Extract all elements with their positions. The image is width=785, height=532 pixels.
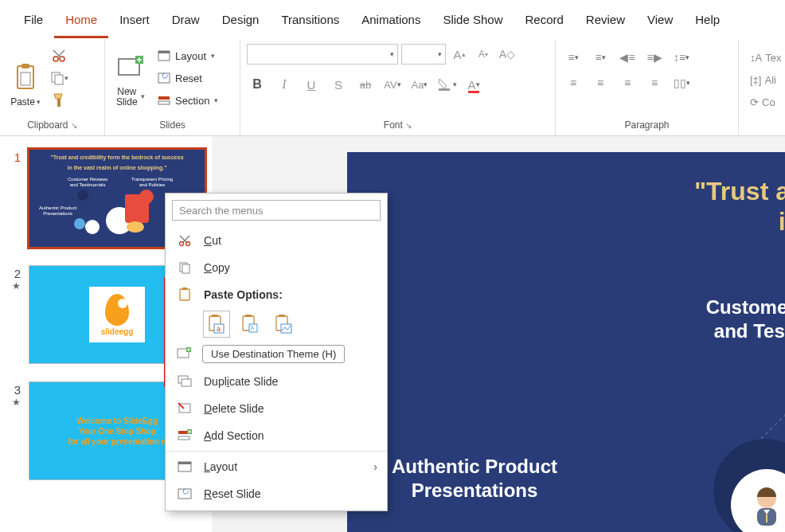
thumb-1-caption-3: Authentic Product Presentations xyxy=(39,205,76,216)
dialog-launcher-icon[interactable]: ↘ xyxy=(405,121,412,130)
menu-slideshow[interactable]: Slide Show xyxy=(432,6,514,38)
thumb-2-number: 2 xyxy=(6,265,21,280)
context-cut[interactable]: Cut xyxy=(166,227,387,254)
thumb-3-line-1: Welcome to SlideEgg xyxy=(76,417,158,425)
increase-indent-button[interactable]: ≡▶ xyxy=(643,47,666,68)
convert-smartart-button[interactable]: ⟳ Co xyxy=(745,92,777,112)
cut-button[interactable] xyxy=(48,45,70,66)
clear-formatting-button[interactable]: A◇ xyxy=(497,44,517,65)
font-name-combo[interactable]: ▾ xyxy=(247,44,398,65)
highlight-button[interactable]: ▾ xyxy=(436,74,457,95)
line-spacing-button[interactable]: ↕≡▾ xyxy=(670,47,693,68)
reset-button[interactable]: Reset xyxy=(153,68,223,88)
bullets-button[interactable]: ≡▾ xyxy=(562,47,584,68)
increase-font-button[interactable]: A▴ xyxy=(449,44,470,65)
decrease-indent-button[interactable]: ◀≡ xyxy=(616,47,639,68)
svg-point-19 xyxy=(180,242,184,246)
slide-title-line-1: "Trust and credib xyxy=(347,176,785,206)
copy-button[interactable]: ▾ xyxy=(48,68,70,88)
align-text-button[interactable]: [‡] Ali xyxy=(745,69,777,90)
format-painter-button[interactable] xyxy=(48,90,70,111)
menu-review[interactable]: Review xyxy=(575,6,636,38)
context-duplicate-slide[interactable]: Duplicate Slide xyxy=(166,368,387,395)
thumb-3-line-3: for all your presentation n xyxy=(68,437,166,446)
context-paste-options-header: Paste Options: xyxy=(166,281,387,308)
context-copy[interactable]: Copy xyxy=(166,254,387,281)
reset-icon xyxy=(158,72,170,84)
strike-button[interactable]: ab xyxy=(355,74,376,95)
menu-record[interactable]: Record xyxy=(514,6,574,38)
menu-file[interactable]: File xyxy=(13,6,54,38)
chevron-right-icon: › xyxy=(373,460,377,473)
thumb-3-animation-icon: ★ xyxy=(12,397,21,408)
paste-keep-source-formatting[interactable] xyxy=(237,311,263,337)
chevron-down-icon: ▾ xyxy=(64,74,68,82)
thumb-1-caption-1: Customer Reviews and Testimonials xyxy=(68,177,107,187)
paste-picture[interactable] xyxy=(271,311,296,337)
paste-button[interactable]: Paste▾ xyxy=(6,44,45,109)
menu-bar: File Home Insert Draw Design Transitions… xyxy=(0,0,785,39)
search-placeholder: Search the menus xyxy=(179,205,264,217)
underline-button[interactable]: U xyxy=(301,74,322,95)
svg-rect-6 xyxy=(55,75,63,84)
scissors-icon xyxy=(52,49,66,63)
menu-design[interactable]: Design xyxy=(211,6,271,38)
main-area: 1 "Trust and credibility form the bedroc… xyxy=(0,136,785,532)
svg-point-20 xyxy=(186,242,190,246)
slide[interactable]: "Trust and credib in the vast Customer R… xyxy=(347,152,785,532)
layout-button[interactable]: Layout▾ xyxy=(153,45,223,66)
numbering-button[interactable]: ≡▾ xyxy=(589,47,611,68)
bold-button[interactable]: B xyxy=(247,74,268,95)
context-delete-slide[interactable]: Delete Slide xyxy=(166,395,387,422)
ribbon-group-clipboard: Paste▾ ▾ Clipboard ↘ xyxy=(0,39,105,135)
italic-button[interactable]: I xyxy=(274,74,295,95)
paste-options-label: Paste Options: xyxy=(204,288,283,301)
slide-title-line-2: in the vast xyxy=(347,206,785,237)
columns-button[interactable]: ▯▯▾ xyxy=(670,72,693,93)
context-reset-slide[interactable]: Reset Slide xyxy=(166,480,387,507)
context-layout[interactable]: Layout › xyxy=(166,453,387,480)
chevron-down-icon: ▾ xyxy=(211,52,215,60)
paste-tooltip: Use Destination Theme (H) xyxy=(202,345,345,363)
svg-rect-18 xyxy=(766,514,767,522)
align-center-button[interactable]: ≡ xyxy=(589,72,611,93)
dialog-launcher-icon[interactable]: ↘ xyxy=(71,121,77,130)
copy-label: Copy xyxy=(204,261,230,274)
chevron-down-icon: ▾ xyxy=(139,93,146,101)
ribbon-group-paragraph: ≡▾ ≡▾ ◀≡ ≡▶ ↕≡▾ ≡ ≡ ≡ ≡ ▯▯▾ Paragraph xyxy=(556,39,739,135)
font-size-combo[interactable]: ▾ xyxy=(401,44,446,65)
menu-draw[interactable]: Draw xyxy=(161,6,211,38)
menu-view[interactable]: View xyxy=(636,6,684,38)
section-icon xyxy=(158,95,170,106)
context-menu-search[interactable]: Search the menus xyxy=(172,200,381,221)
align-label: Ali xyxy=(764,74,775,86)
case-label: Aa xyxy=(412,79,424,91)
char-spacing-button[interactable]: AV▾ xyxy=(382,74,403,95)
paste-use-destination-theme[interactable]: a xyxy=(204,311,229,337)
menu-animations[interactable]: Animations xyxy=(350,6,432,38)
thumb-1-caption-2: Transparent Pricing and Policies xyxy=(131,177,173,187)
menu-home[interactable]: Home xyxy=(54,6,108,38)
context-add-section[interactable]: Add Section xyxy=(166,422,387,449)
ribbon: Paste▾ ▾ Clipboard ↘ xyxy=(0,39,785,136)
change-case-button[interactable]: Aa▾ xyxy=(409,74,430,95)
align-left-button[interactable]: ≡ xyxy=(562,72,584,93)
thumb-2-logo-text: slideegg xyxy=(101,327,134,336)
decrease-font-button[interactable]: A▾ xyxy=(473,44,494,65)
thumb-1-title-1: "Trust and credibility form the bedrock … xyxy=(29,150,205,160)
svg-rect-37 xyxy=(182,379,191,386)
connector-lines xyxy=(745,295,785,455)
align-right-button[interactable]: ≡ xyxy=(616,72,639,93)
thumb-3-number: 3 xyxy=(6,381,21,397)
text-direction-button[interactable]: ↕A Tex xyxy=(745,47,777,68)
shadow-button[interactable]: S xyxy=(328,74,349,95)
new-slide-button[interactable]: New Slide ▾ xyxy=(111,44,150,109)
menu-insert[interactable]: Insert xyxy=(108,6,161,38)
thumb-2-animation-icon: ★ xyxy=(12,280,21,291)
copy-icon xyxy=(50,71,64,85)
menu-help[interactable]: Help xyxy=(684,6,731,38)
section-button[interactable]: Section▾ xyxy=(153,90,223,111)
justify-button[interactable]: ≡ xyxy=(643,72,666,93)
menu-transitions[interactable]: Transitions xyxy=(270,6,350,38)
font-color-button[interactable]: A▾ xyxy=(463,74,484,95)
